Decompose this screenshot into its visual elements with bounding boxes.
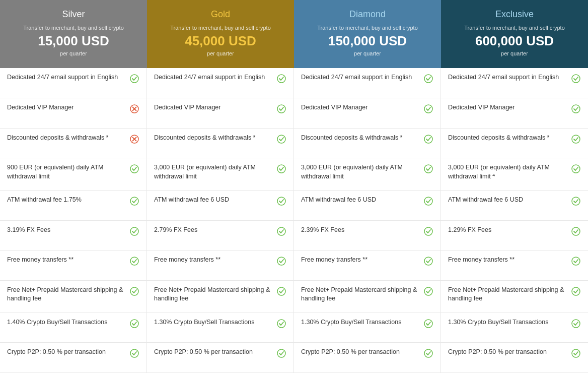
svg-point-29 [277,257,285,265]
check-icon [571,256,581,266]
feature-cell-row9-col2: Crypto P2P: 0.50 % per transaction [294,343,441,373]
check-icon [423,348,433,358]
check-icon [571,164,581,174]
feature-text-row6-col1: Free money transfers ** [154,256,273,265]
feature-text-row3-col2: 3,000 EUR (or equivalent) daily ATM with… [301,163,420,181]
feature-cell-row5-col0: 3.19% FX Fees [0,221,147,251]
svg-point-41 [277,349,285,357]
tier-period-diamond: per quarter [300,50,435,56]
svg-point-38 [424,320,432,328]
tier-amount-diamond: 150,000 USD [300,34,435,48]
feature-text-row2-col2: Discounted deposits & withdrawals * [301,134,420,143]
pricing-table: Silver Transfer to merchant, buy and sel… [0,0,588,373]
check-icon [571,286,581,296]
svg-point-39 [572,320,580,328]
tier-name-gold: Gold [153,9,288,20]
feature-cell-row1-col2: Dedicated VIP Manager [294,98,441,129]
feature-text-row6-col3: Free money transfers ** [448,256,568,265]
svg-point-37 [277,320,285,328]
check-icon [276,134,286,144]
tier-header-diamond: Diamond Transfer to merchant, buy and se… [294,0,441,68]
check-icon [571,319,581,329]
feature-text-row9-col1: Crypto P2P: 0.50 % per transaction [154,348,273,357]
check-icon [571,134,581,144]
svg-point-26 [424,227,432,235]
feature-text-row8-col1: 1.30% Crypto Buy/Sell Transactions [154,318,273,327]
feature-text-row7-col3: Free Net+ Prepaid Mastercard shipping & … [448,286,568,303]
feature-cell-row8-col3: 1.30% Crypto Buy/Sell Transactions [441,313,588,343]
feature-text-row2-col3: Discounted deposits & withdrawals * [448,134,568,143]
feature-cell-row5-col3: 1.29% FX Fees [441,221,588,251]
svg-point-14 [424,135,432,143]
svg-point-34 [424,287,432,295]
feature-cell-row0-col1: Dedicated 24/7 email support in English [147,68,294,98]
check-icon [423,286,433,296]
feature-text-row1-col1: Dedicated VIP Manager [154,103,273,112]
check-icon [276,256,286,266]
svg-point-19 [572,165,580,173]
feature-cell-row7-col3: Free Net+ Prepaid Mastercard shipping & … [441,281,588,313]
tier-subtitle-diamond: Transfer to merchant, buy and sell crypt… [300,25,435,31]
feature-cell-row0-col3: Dedicated 24/7 email support in English [441,68,588,98]
feature-text-row2-col1: Discounted deposits & withdrawals * [154,134,273,143]
feature-cell-row2-col3: Discounted deposits & withdrawals * [441,129,588,159]
svg-point-2 [424,75,432,83]
tier-header-exclusive: Exclusive Transfer to merchant, buy and … [441,0,588,68]
svg-point-25 [277,227,285,235]
feature-cell-row9-col0: Crypto P2P: 0.50 % per transaction [0,343,147,373]
feature-text-row4-col3: ATM withdrawal fee 6 USD [448,196,568,205]
feature-cell-row1-col0: Dedicated VIP Manager [0,98,147,129]
check-icon [423,134,433,144]
tier-period-silver: per quarter [6,50,141,56]
feature-cell-row7-col1: Free Net+ Prepaid Mastercard shipping & … [147,281,294,313]
feature-cell-row4-col2: ATM withdrawal fee 6 USD [294,191,441,221]
check-icon [129,348,139,358]
feature-cell-row2-col0: Discounted deposits & withdrawals * [0,129,147,159]
svg-point-22 [424,197,432,205]
svg-point-42 [424,349,432,357]
tier-name-silver: Silver [6,9,141,20]
check-icon [276,196,286,206]
feature-cell-row1-col1: Dedicated VIP Manager [147,98,294,129]
svg-point-43 [572,349,580,357]
svg-point-21 [277,197,285,205]
feature-text-row9-col2: Crypto P2P: 0.50 % per transaction [301,348,420,357]
feature-text-row1-col0: Dedicated VIP Manager [7,103,126,112]
feature-cell-row6-col2: Free money transfers ** [294,251,441,281]
feature-cell-row7-col2: Free Net+ Prepaid Mastercard shipping & … [294,281,441,313]
check-icon [571,196,581,206]
check-icon [129,286,139,296]
feature-cell-row7-col0: Free Net+ Prepaid Mastercard shipping & … [0,281,147,313]
tier-header-gold: Gold Transfer to merchant, buy and sell … [147,0,294,68]
tier-subtitle-gold: Transfer to merchant, buy and sell crypt… [153,25,288,31]
feature-text-row3-col1: 3,000 EUR (or equivalent) daily ATM with… [154,163,273,181]
check-icon [129,226,139,236]
feature-cell-row3-col0: 900 EUR (or equivalent) daily ATM withdr… [0,158,147,191]
tier-period-gold: per quarter [153,50,288,56]
svg-point-1 [277,75,285,83]
feature-cell-row9-col1: Crypto P2P: 0.50 % per transaction [147,343,294,373]
svg-point-15 [572,135,580,143]
tier-name-diamond: Diamond [300,9,435,20]
feature-text-row0-col3: Dedicated 24/7 email support in English [448,73,568,82]
cross-icon [129,134,139,144]
check-icon [276,226,286,236]
feature-text-row7-col0: Free Net+ Prepaid Mastercard shipping & … [7,286,126,303]
feature-cell-row1-col3: Dedicated VIP Manager [441,98,588,129]
feature-cell-row0-col0: Dedicated 24/7 email support in English [0,68,147,98]
svg-point-9 [572,105,580,113]
check-icon [423,256,433,266]
check-icon [276,74,286,84]
svg-point-40 [130,349,138,357]
svg-point-28 [130,257,138,265]
check-icon [276,164,286,174]
feature-text-row3-col3: 3,000 EUR (or equivalent) daily ATM with… [448,163,568,181]
feature-text-row6-col2: Free money transfers ** [301,256,420,265]
feature-text-row8-col3: 1.30% Crypto Buy/Sell Transactions [448,318,568,327]
check-icon [129,319,139,329]
svg-point-33 [277,287,285,295]
check-icon [129,256,139,266]
feature-text-row0-col1: Dedicated 24/7 email support in English [154,73,273,82]
tier-period-exclusive: per quarter [447,50,582,56]
check-icon [571,74,581,84]
